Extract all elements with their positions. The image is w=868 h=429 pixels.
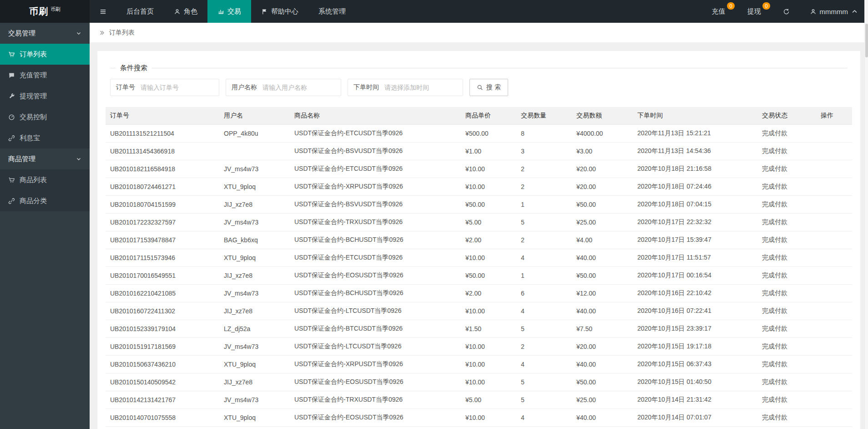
table-cell: 完成付款 [757,231,816,249]
table-cell: 2020年10月17日 22:32:32 [633,213,757,231]
brand-suffix: 币刷 [50,6,61,13]
table-cell: ¥10.00 [461,249,516,266]
order-no-label: 订单号 [111,83,141,92]
sidebar-item-recharge-management[interactable]: 充值管理 [0,65,90,86]
table-cell: ¥50.00 [461,266,516,284]
search-legend: 条件搜索 [116,64,152,72]
table-cell: 完成付款 [757,409,816,426]
table-cell: 2020年10月14日 07:01:07 [633,409,757,426]
table-cell: USDT保证金合约-XRPUSDT当季0926 [290,355,461,373]
table-cell [816,213,852,231]
table-cell: ¥1.50 [461,320,516,337]
user-menu[interactable]: mmmmm [800,0,868,23]
table-cell: ¥12.00 [572,284,633,302]
table-cell: USDT保证金合约-TRXUSDT当季0926 [290,391,461,409]
table-cell: JIJ_xz7e8 [219,266,290,284]
recharge-button[interactable]: 充值 0 [702,0,737,23]
table-cell [816,231,852,249]
table-row: UB2010140701075558XTU_9ploqUSDT保证金合约-EOS… [106,409,852,426]
table-cell: 完成付款 [757,266,816,284]
table-cell [816,160,852,178]
table-cell: 2020年11月13日 15:21:21 [633,124,757,142]
table-cell: UB2010150637436210 [106,355,219,373]
table-cell: ¥4.00 [572,231,633,249]
search-button[interactable]: 搜 索 [469,79,508,96]
table-cell: ¥10.00 [461,337,516,355]
order-time-field-group: 下单时间 [348,79,463,96]
sidebar-item-label: 提现管理 [20,92,47,101]
table-cell: ¥20.00 [572,337,633,355]
table-cell: 5 [516,373,572,391]
sidebar-item-product-category[interactable]: 商品分类 [0,190,90,211]
table-cell: UB2010152339179104 [106,320,219,337]
table-cell [816,391,852,409]
search-fieldset: 条件搜索 [110,64,848,72]
table-cell: UB2010160722411302 [106,302,219,320]
table-cell: ¥50.00 [572,373,633,391]
sidebar-item-product-list[interactable]: 商品列表 [0,169,90,190]
username-input[interactable] [262,79,341,96]
order-no-input[interactable] [141,79,219,96]
username-field-group: 用户名称 [226,79,341,96]
username: mmmmm [820,8,848,15]
refresh-button[interactable] [773,0,800,23]
table-cell [816,320,852,337]
page-scrollbar-thumb[interactable] [865,24,868,57]
sidebar-group-product-management[interactable]: 商品管理 [0,148,90,169]
table-cell: USDT保证金合约-EOSUSDT当季0926 [290,266,461,284]
table-cell: ¥5.00 [461,391,516,409]
refresh-icon [783,8,790,15]
chevron-down-icon [76,31,81,36]
nav-item-home[interactable]: 后台首页 [116,0,164,23]
order-list-panel: 条件搜索 订单号 用户名称 下单时间 搜 索 [97,51,860,429]
table-cell: ¥2.00 [461,284,516,302]
cart-icon [8,177,15,184]
table-row: UB2011131521211504OPP_4k80uUSDT保证金合约-ETC… [106,124,852,142]
sidebar-item-order-list[interactable]: 订单列表 [0,44,90,65]
brand-logo[interactable]: 币刷 币刷 [0,0,90,23]
table-row: UB2010170016549551JIJ_xz7e8USDT保证金合约-EOS… [106,266,852,284]
page-scrollbar-track[interactable] [864,0,868,429]
sidebar-item-label: 交易控制 [20,113,47,122]
table-cell: ¥7.50 [572,320,633,337]
sidebar-item-trade-control[interactable]: 交易控制 [0,107,90,128]
nav-item-roles[interactable]: 角色 [164,0,207,23]
table-cell: UB2010180704151599 [106,195,219,213]
table-cell [816,142,852,160]
table-cell: XTU_9ploq [219,178,290,195]
table-cell: JIJ_xz7e8 [219,302,290,320]
menu-toggle-button[interactable] [90,0,116,23]
table-cell: 6 [516,284,572,302]
table-body: UB2011131521211504OPP_4k80uUSDT保证金合约-ETC… [106,124,852,426]
table-cell: UB2010171539478847 [106,231,219,249]
nav-item-system[interactable]: 系统管理 [308,0,356,23]
order-no-field-group: 订单号 [110,79,219,96]
order-time-input[interactable] [384,79,463,96]
nav-item-help-center[interactable]: 帮助中心 [251,0,308,23]
table-cell: ¥40.00 [572,409,633,426]
table-cell [219,142,290,160]
table-cell [816,178,852,195]
topbar-actions: 充值 0 提现 0 mmmmm [702,0,868,23]
sidebar-item-interest-treasure[interactable]: 利息宝 [0,128,90,148]
withdraw-label: 提现 [747,7,761,16]
column-header: 操作 [816,107,852,124]
trade-icon [217,8,224,15]
sidebar-item-withdraw-management[interactable]: 提现管理 [0,86,90,107]
table-cell: USDT保证金合约-ETCUSDT当季0926 [290,249,461,266]
sidebar-group-trade-management[interactable]: 交易管理 [0,23,90,44]
table-cell: ¥25.00 [572,213,633,231]
table-cell: 4 [516,302,572,320]
table-cell [816,373,852,391]
breadcrumb: 订单列表 [90,23,868,43]
withdraw-button[interactable]: 提现 0 [737,0,773,23]
table-cell: UB2010180724461271 [106,178,219,195]
nav-label: 角色 [184,7,197,16]
table-row: UB2010160722411302JIJ_xz7e8USDT保证金合约-LTC… [106,302,852,320]
table-row: UB2010151917181569JV_ms4w73USDT保证金合约-LTC… [106,337,852,355]
table-cell: 完成付款 [757,178,816,195]
nav-item-trade[interactable]: 交易 [207,0,251,23]
table-cell: 完成付款 [757,284,816,302]
table-cell: 2 [516,231,572,249]
table-cell [816,124,852,142]
